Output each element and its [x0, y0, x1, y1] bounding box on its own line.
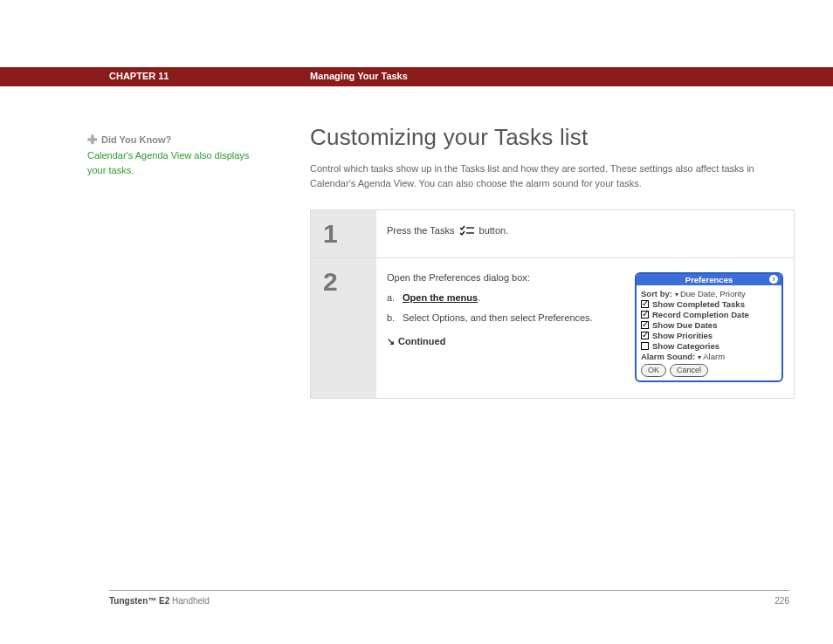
plus-icon: ✚	[87, 133, 98, 147]
did-you-know-callout: ✚Did You Know? Calendar's Agenda View al…	[87, 133, 262, 177]
checkbox-icon[interactable]	[641, 300, 649, 308]
checkbox-icon[interactable]	[641, 321, 649, 329]
checkbox-label: Show Priorities	[652, 331, 713, 340]
continued-label: ↘Continued	[387, 336, 621, 347]
main-content: Customizing your Tasks list Control whic…	[310, 124, 795, 399]
step-row: 1 Press the Tasks button.	[311, 210, 794, 258]
sub-letter: a.	[387, 291, 403, 305]
step-text: Open the Preferences dialog box: a. Open…	[387, 272, 621, 347]
dialog-buttons: OK Cancel	[641, 364, 777, 377]
step-number: 1	[323, 219, 364, 249]
step-number: 2	[323, 267, 364, 297]
list-item: b. Select Options, and then select Prefe…	[387, 312, 621, 325]
sub-letter: b.	[387, 312, 403, 325]
did-you-know-heading-text: Did You Know?	[101, 134, 171, 145]
step-text: Press the Tasks button.	[387, 224, 783, 238]
open-menus-link[interactable]: Open the menus	[403, 292, 478, 303]
checkbox-row[interactable]: Show Priorities	[641, 331, 777, 340]
checkbox-row[interactable]: Show Completed Tasks	[641, 299, 777, 309]
steps-table: 1 Press the Tasks button.	[310, 209, 795, 399]
page-number: 226	[774, 596, 789, 606]
dropdown-icon[interactable]	[695, 352, 703, 361]
ok-button[interactable]: OK	[641, 364, 666, 377]
product-bold: Tungsten™ E2	[109, 596, 169, 606]
step-number-cell: 2	[311, 258, 376, 398]
section-label: Managing Your Tasks	[310, 71, 408, 81]
step-number-cell: 1	[311, 210, 376, 257]
checkbox-label: Record Completion Date	[652, 310, 749, 319]
checkbox-label: Show Due Dates	[652, 320, 717, 330]
chapter-label: CHAPTER 11	[109, 71, 169, 81]
continued-text: Continued	[398, 336, 445, 346]
dialog-titlebar: Preferences i	[637, 274, 781, 285]
sub-steps-list: a. Open the menus. b. Select Options, an…	[387, 291, 621, 325]
info-icon[interactable]: i	[769, 275, 778, 284]
checkbox-icon[interactable]	[641, 342, 649, 350]
did-you-know-heading: ✚Did You Know?	[87, 133, 262, 147]
continue-arrow-icon: ↘	[387, 336, 395, 347]
page-title: Customizing your Tasks list	[310, 124, 795, 151]
step1-text-after: button.	[479, 225, 509, 236]
product-name: Tungsten™ E2 Handheld	[109, 596, 210, 606]
sub-text: Open the menus.	[403, 291, 480, 305]
checkbox-label: Show Completed Tasks	[652, 299, 745, 309]
step-body: Press the Tasks button.	[376, 210, 794, 257]
step1-text-before: Press the Tasks	[387, 225, 458, 236]
checkbox-icon[interactable]	[641, 311, 649, 319]
alarm-sound-row: Alarm Sound: Alarm	[641, 352, 777, 361]
alarm-value[interactable]: Alarm	[703, 352, 725, 361]
step-row: 2 Open the Preferences dialog box: a. Op…	[311, 258, 794, 398]
step-body: Open the Preferences dialog box: a. Open…	[376, 258, 794, 398]
sort-by-row: Sort by: Due Date, Priority	[641, 289, 777, 298]
dialog-title-text: Preferences	[685, 275, 733, 284]
intro-paragraph: Control which tasks show up in the Tasks…	[310, 161, 795, 190]
sort-by-label: Sort by:	[641, 289, 672, 298]
cancel-button[interactable]: Cancel	[670, 364, 708, 377]
did-you-know-text: Calendar's Agenda View also displays you…	[87, 148, 262, 177]
checkbox-row[interactable]: Record Completion Date	[641, 310, 777, 319]
list-item: a. Open the menus.	[387, 291, 621, 305]
dropdown-icon[interactable]	[672, 289, 680, 298]
page-footer: Tungsten™ E2 Handheld 226	[109, 590, 789, 606]
tasks-button-icon	[459, 224, 475, 238]
checkbox-label: Show Categories	[652, 341, 719, 351]
chapter-header: CHAPTER 11 Managing Your Tasks	[0, 67, 833, 86]
product-rest: Handheld	[169, 596, 210, 606]
alarm-label: Alarm Sound:	[641, 352, 695, 361]
step2-intro: Open the Preferences dialog box:	[387, 272, 621, 283]
dialog-body: Sort by: Due Date, Priority Show Complet…	[637, 285, 781, 380]
preferences-dialog: Preferences i Sort by: Due Date, Priorit…	[635, 272, 783, 382]
sub-text: Select Options, and then select Preferen…	[403, 312, 593, 325]
checkbox-icon[interactable]	[641, 332, 649, 339]
checkbox-row[interactable]: Show Due Dates	[641, 320, 777, 330]
sort-by-value[interactable]: Due Date, Priority	[680, 289, 746, 298]
checkbox-row[interactable]: Show Categories	[641, 341, 777, 351]
